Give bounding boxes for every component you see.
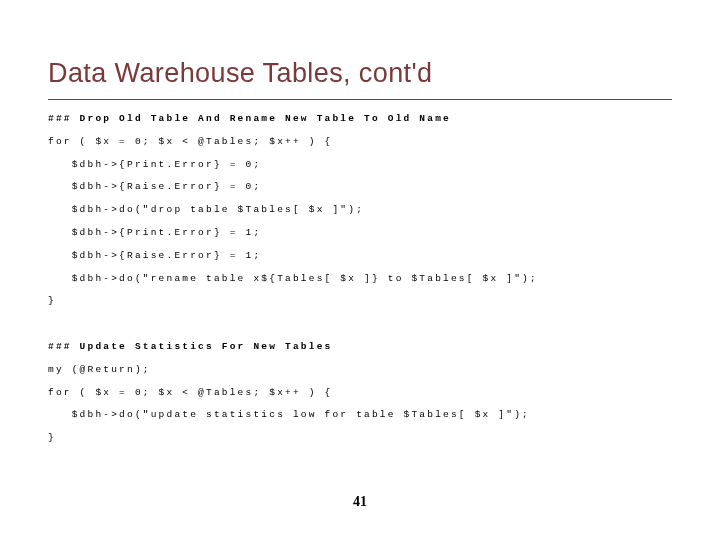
code-line: $dbh->{Print.Error} = 0; [48, 159, 261, 170]
code-line: for ( $x = 0; $x < @Tables; $x++ ) { [48, 136, 332, 147]
code-block: ### Drop Old Table And Rename New Table … [48, 108, 672, 450]
code-line: $dbh->do("drop table $Tables[ $x ]"); [48, 204, 364, 215]
code-line: $dbh->do("rename table x${Tables[ $x ]} … [48, 273, 538, 284]
code-line: } [48, 432, 56, 443]
code-line: my (@Return); [48, 364, 151, 375]
code-line: $dbh->{Raise.Error} = 1; [48, 250, 261, 261]
code-line: $dbh->{Raise.Error} = 0; [48, 181, 261, 192]
slide-title: Data Warehouse Tables, cont'd [48, 58, 672, 89]
code-line: for ( $x = 0; $x < @Tables; $x++ ) { [48, 387, 332, 398]
code-comment: ### Drop Old Table And Rename New Table … [48, 113, 451, 124]
code-line: $dbh->do("update statistics low for tabl… [48, 409, 530, 420]
code-line: $dbh->{Print.Error} = 1; [48, 227, 261, 238]
title-rule [48, 99, 672, 100]
page-number: 41 [0, 494, 720, 510]
slide: Data Warehouse Tables, cont'd ### Drop O… [0, 0, 720, 540]
code-comment: ### Update Statistics For New Tables [48, 341, 332, 352]
code-line: } [48, 295, 56, 306]
